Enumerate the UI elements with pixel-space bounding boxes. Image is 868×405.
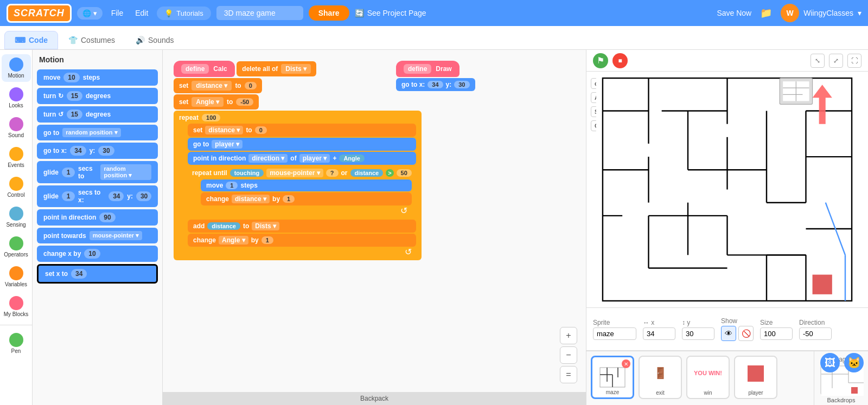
add-distance-block[interactable]: add distance to Dists ▾ xyxy=(188,220,416,233)
workspace: define Calc delete all of Dists ▾ set di… xyxy=(163,50,586,405)
scratch-logo[interactable]: SCRATCH xyxy=(7,4,72,23)
category-pen[interactable]: Pen xyxy=(2,330,31,357)
workspace-canvas[interactable]: define Calc delete all of Dists ▾ set di… xyxy=(163,50,586,392)
project-name-field[interactable]: 3D maze game xyxy=(216,6,303,20)
sprite-size-input[interactable] xyxy=(760,327,793,340)
stage-fullscreen-button[interactable]: ⛶ xyxy=(847,54,861,68)
category-control[interactable]: Control xyxy=(2,173,31,201)
category-motion[interactable]: Motion xyxy=(2,54,31,82)
user-avatar: W xyxy=(781,4,799,22)
category-operators[interactable]: Operators xyxy=(2,233,31,261)
tab-code[interactable]: ⌨ Code xyxy=(4,31,58,49)
calc-block-stack: define Calc delete all of Dists ▾ set di… xyxy=(174,61,422,261)
category-looks[interactable]: Looks xyxy=(2,84,31,112)
folder-icon[interactable]: 📁 xyxy=(757,7,775,19)
stop-button[interactable]: ■ xyxy=(612,53,628,68)
repeat-until-block[interactable]: repeat until touching mouse-pointer ▾ ? … xyxy=(188,166,416,218)
set-angle-block[interactable]: set Angle ▾ to -50 xyxy=(174,94,259,110)
sprite-card-exit[interactable]: 🚪 exit xyxy=(639,356,682,399)
code-icon: ⌨ xyxy=(15,36,25,44)
inner-set-distance-block[interactable]: set distance ▾ to 0 xyxy=(188,124,416,137)
goto-block[interactable]: go to random position ▾ xyxy=(37,125,158,140)
point-towards-block[interactable]: point towards mouse-pointer ▾ xyxy=(37,228,158,243)
zoom-out-button[interactable]: − xyxy=(560,346,577,364)
point-direction-block[interactable]: point in direction 90 xyxy=(37,209,158,226)
repeat-block[interactable]: repeat 100 set distance ▾ to 0 xyxy=(174,111,422,260)
backpack-bar[interactable]: Backpack xyxy=(163,392,586,405)
change-x-block[interactable]: change x by 10 xyxy=(37,246,158,262)
category-operators-label: Operators xyxy=(4,252,28,258)
edit-menu[interactable]: Edit xyxy=(132,7,151,20)
backpack-label: Backpack xyxy=(360,395,388,402)
see-project-button[interactable]: 🔄 See Project Page xyxy=(355,9,426,17)
change-distance-block[interactable]: change distance ▾ by 1 xyxy=(201,192,412,205)
add-backdrop-button[interactable]: 🖼 xyxy=(820,353,840,372)
motion-dot xyxy=(9,57,23,72)
sprite-name-input[interactable] xyxy=(593,327,636,340)
turn-ccw-block[interactable]: turn ↺ 15 degrees xyxy=(37,106,158,123)
globe-chevron: ▾ xyxy=(93,9,97,17)
draw-goto-xy-block[interactable]: go to x: 34 y: 30 xyxy=(396,78,475,91)
zoom-reset-button[interactable]: = xyxy=(560,366,577,383)
sprite-card-win[interactable]: YOU WIN! win xyxy=(686,356,730,399)
category-myblocks[interactable]: My Blocks xyxy=(2,293,31,320)
sprite-y-input[interactable] xyxy=(682,327,714,340)
category-sound[interactable]: Sound xyxy=(2,114,31,142)
sprite-delete-maze[interactable]: ✕ xyxy=(622,359,630,368)
move-block[interactable]: move 10 steps xyxy=(37,69,158,86)
glide-xy-block[interactable]: glide 1 secs to x: 34 y: 30 xyxy=(37,185,158,207)
define-draw-hat[interactable]: define Draw xyxy=(396,61,459,77)
player-sprite-icon xyxy=(748,365,764,382)
globe-icon: 🌐 xyxy=(82,9,91,17)
category-events[interactable]: Events xyxy=(2,144,31,171)
goto-player-block[interactable]: go to player ▾ xyxy=(188,138,416,151)
user-menu[interactable]: W WiingyClasses ▾ xyxy=(781,4,861,22)
set-x-block[interactable]: set x to 34 xyxy=(37,264,158,284)
zoom-in-button[interactable]: + xyxy=(560,327,577,344)
show-field: Show 👁 🚫 xyxy=(721,317,754,341)
tab-costumes[interactable]: 👕 Costumes xyxy=(58,31,125,49)
set-distance-block[interactable]: set distance ▾ to 0 xyxy=(174,78,262,93)
define-calc-hat[interactable]: define Calc xyxy=(174,61,235,77)
category-sensing[interactable]: Sensing xyxy=(2,203,31,231)
sprite-x-input[interactable] xyxy=(643,327,675,340)
tutorials-label: Tutorials xyxy=(176,9,203,17)
category-sensing-label: Sensing xyxy=(6,222,25,228)
variables-dot xyxy=(9,266,23,280)
category-myblocks-label: My Blocks xyxy=(4,311,29,317)
category-variables-label: Variables xyxy=(5,281,27,287)
navbar: SCRATCH 🌐 ▾ File Edit 💡 Tutorials 3D maz… xyxy=(0,0,868,26)
green-flag-button[interactable]: ⚑ xyxy=(593,53,608,68)
sprite-direction-input[interactable] xyxy=(799,327,832,340)
file-menu[interactable]: File xyxy=(108,7,127,20)
category-events-label: Events xyxy=(8,162,24,168)
category-variables[interactable]: Variables xyxy=(2,263,31,291)
show-button[interactable]: 👁 xyxy=(721,326,736,341)
tab-code-label: Code xyxy=(29,36,48,44)
point-direction-player-block[interactable]: point in direction direction ▾ of player… xyxy=(188,152,416,165)
share-button[interactable]: Share xyxy=(309,5,349,21)
glide-random-block[interactable]: glide 1 secs to random position ▾ xyxy=(37,161,158,183)
stage-panel: Stage Backdrops 1 🐱 🖼 xyxy=(814,351,868,405)
goto-xy-block[interactable]: go to x: 34 y: 30 xyxy=(37,143,158,159)
stage-canvas[interactable]: distance 3 Dists (empty) + length 0 = xyxy=(586,72,868,307)
hide-button[interactable]: 🚫 xyxy=(738,326,754,341)
stage-smaller-button[interactable]: ⤡ xyxy=(810,54,825,68)
change-angle-block[interactable]: change Angle ▾ by 1 xyxy=(188,234,416,247)
tab-sounds[interactable]: 🔊 Sounds xyxy=(125,31,184,49)
main-area: Motion Looks Sound Events Control Sensin… xyxy=(0,50,868,405)
tabbar: ⌨ Code 👕 Costumes 🔊 Sounds xyxy=(0,26,868,50)
move-1-block[interactable]: move 1 steps xyxy=(201,179,412,191)
sprite-card-player[interactable]: player xyxy=(734,356,777,399)
globe-button[interactable]: 🌐 ▾ xyxy=(77,7,103,20)
motion-header: Motion xyxy=(37,54,158,65)
delete-all-block[interactable]: delete all of Dists ▾ xyxy=(237,61,316,76)
add-sprite-button[interactable]: 🐱 xyxy=(844,353,864,372)
svg-rect-46 xyxy=(851,387,858,394)
save-now-button[interactable]: Save Now xyxy=(717,9,751,17)
turn-cw-block[interactable]: turn ↻ 15 degrees xyxy=(37,88,158,104)
divider xyxy=(0,325,32,325)
stage-larger-button[interactable]: ⤢ xyxy=(829,54,843,68)
tutorials-button[interactable]: 💡 Tutorials xyxy=(157,7,210,20)
sprite-card-maze[interactable]: ✕ maze xyxy=(591,356,634,399)
